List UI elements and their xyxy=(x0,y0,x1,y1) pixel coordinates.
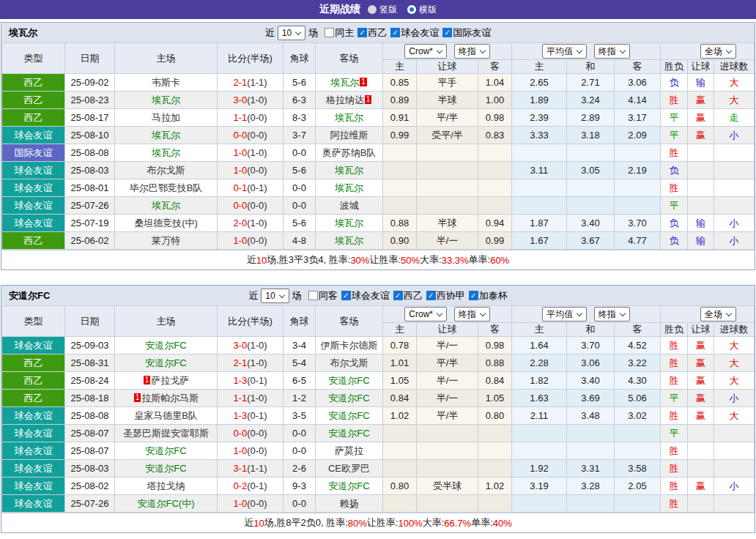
team-name-link[interactable]: 安道尔FC xyxy=(328,410,369,421)
home-team: 桑坦德竞技(中) xyxy=(115,215,218,232)
result-winlose: 胜 xyxy=(661,495,688,513)
team-name-link[interactable]: 埃瓦尔 xyxy=(152,130,180,141)
checkbox-icon[interactable]: ✓ xyxy=(341,291,351,300)
team-name-link[interactable]: 皇家马德里B队 xyxy=(134,410,198,421)
team-name-link[interactable]: 埃瓦尔 xyxy=(335,235,363,246)
result-winlose: 平 xyxy=(661,127,688,144)
team-name-link[interactable]: 安道尔FC xyxy=(145,463,186,474)
final-odds-select[interactable]: 终指 xyxy=(454,44,490,59)
radio-horizontal[interactable]: 横版 xyxy=(407,4,437,16)
result-goals xyxy=(714,425,755,442)
checkbox-icon[interactable]: ✓ xyxy=(469,291,478,300)
summary-text: 场,胜3平3负4, 胜率: xyxy=(267,253,350,267)
team-name-link[interactable]: 奥萨苏纳B队 xyxy=(322,147,377,158)
chevron-down-icon xyxy=(437,311,442,316)
europe-odds-value: 3.40 xyxy=(567,215,615,232)
team-name-link[interactable]: 伊斯卡尔德斯 xyxy=(321,340,378,351)
team-name-link[interactable]: 安道尔FC xyxy=(328,480,369,491)
table-row: 球会友谊25-08-08皇家马德里B队1-3(0-1)3-5安道尔FC1.02平… xyxy=(2,407,755,425)
filter-checkbox[interactable]: ✓西协甲 xyxy=(426,289,465,302)
final-odds-select-2[interactable]: 终指 xyxy=(594,307,630,321)
rank-badge: 1 xyxy=(134,393,141,402)
team-name-link[interactable]: 萨拉戈萨 xyxy=(151,375,189,386)
team-name-link[interactable]: 安道尔FC xyxy=(328,393,369,404)
handicap-odds-value xyxy=(383,495,417,513)
filter-checkbox[interactable]: ✓西乙 xyxy=(393,289,423,302)
team-name-link[interactable]: 布尔戈斯 xyxy=(147,165,185,176)
bookmaker-select[interactable]: Crow* xyxy=(404,307,447,321)
handicap-odds-value: 0.84 xyxy=(383,390,417,407)
away-team: CE欧罗巴 xyxy=(316,460,383,477)
checkbox-icon[interactable] xyxy=(308,291,318,300)
filter-checkbox[interactable]: 同主 xyxy=(325,26,354,40)
fulltime-select[interactable]: 全场 xyxy=(700,307,736,321)
filter-checkbox[interactable]: ✓国际友谊 xyxy=(442,26,491,40)
team-name-link[interactable]: 塔拉戈纳 xyxy=(147,480,185,491)
team-name-link[interactable]: 埃瓦尔 xyxy=(152,200,180,211)
filter-checkbox[interactable]: ✓球会友谊 xyxy=(341,289,390,302)
radio-vertical-icon[interactable] xyxy=(368,5,377,14)
team-name-link[interactable]: 安道尔FC xyxy=(328,375,369,386)
match-date: 25-08-17 xyxy=(65,109,115,127)
team-name-link[interactable]: 安道尔FC(中) xyxy=(138,498,195,509)
result-winlose: 胜 xyxy=(661,337,688,354)
final-odds-select[interactable]: 终指 xyxy=(454,307,490,321)
checkbox-icon[interactable]: ✓ xyxy=(426,291,436,300)
team-name-link[interactable]: 埃瓦尔 xyxy=(335,112,363,123)
average-select[interactable]: 平均值 xyxy=(542,44,587,59)
europe-odds-value: 4.14 xyxy=(615,92,661,109)
team-name-link[interactable]: 埃瓦尔 xyxy=(335,165,363,176)
team-name-link[interactable]: 安道尔FC xyxy=(145,340,186,351)
home-team: 莱万特 xyxy=(115,232,218,250)
match-score: 2-0(1-0) xyxy=(218,215,284,232)
average-select[interactable]: 平均值 xyxy=(542,307,587,321)
team-name-link[interactable]: 桑坦德竞技(中) xyxy=(134,218,198,228)
team-name-link[interactable]: 萨莫拉 xyxy=(335,445,363,456)
team-name-link[interactable]: 阿拉维斯 xyxy=(330,130,368,141)
radio-vertical[interactable]: 竖版 xyxy=(368,4,397,16)
checkbox-icon[interactable] xyxy=(325,28,334,37)
checkbox-icon[interactable]: ✓ xyxy=(357,28,367,37)
checkbox-icon[interactable]: ✓ xyxy=(390,28,400,37)
team-name-link[interactable]: 波城 xyxy=(340,200,359,211)
team-name-link[interactable]: 圣瑟巴斯提安雷耶斯 xyxy=(123,428,209,439)
filter-checkbox[interactable]: 同客 xyxy=(308,289,338,302)
competition-filters: 同客✓球会友谊✓西乙✓西协甲✓加泰杯 xyxy=(305,289,508,302)
team-name-link[interactable]: 埃瓦尔 xyxy=(335,182,363,193)
team-name-link[interactable]: 埃瓦尔 xyxy=(152,94,180,105)
handicap-odds-value xyxy=(478,197,512,215)
filter-checkbox[interactable]: ✓球会友谊 xyxy=(390,26,439,40)
team-name-link[interactable]: 韦斯卡 xyxy=(152,77,180,88)
summary-text: 让胜率: xyxy=(367,516,399,529)
handicap-odds-value xyxy=(478,425,512,442)
team-name-link[interactable]: 埃瓦尔 xyxy=(335,218,363,228)
team-name-link[interactable]: 安道尔FC xyxy=(145,357,186,368)
team-name-link[interactable]: 赖扬 xyxy=(340,498,359,509)
bookmaker-select[interactable]: Crow* xyxy=(404,44,447,59)
radio-horizontal-icon[interactable] xyxy=(407,5,416,14)
team-name-link[interactable]: 毕尔巴鄂竞技B队 xyxy=(130,182,203,193)
team-name-link[interactable]: 布尔戈斯 xyxy=(330,357,368,368)
match-count-select[interactable]: 10 xyxy=(278,26,305,40)
team-name-link[interactable]: CE欧罗巴 xyxy=(328,463,370,474)
team-name-link[interactable]: 马拉加 xyxy=(152,112,180,123)
result-text: 走 xyxy=(730,112,739,123)
corner-score: 0-0 xyxy=(284,179,316,197)
final-odds-select-2[interactable]: 终指 xyxy=(594,44,630,59)
filter-checkbox[interactable]: ✓加泰杯 xyxy=(469,289,508,302)
match-count-select[interactable]: 10 xyxy=(261,289,289,303)
checkbox-icon[interactable]: ✓ xyxy=(393,291,403,300)
team-name-link[interactable]: 埃瓦尔 xyxy=(152,147,180,158)
handicap-odds-value: 平/半 xyxy=(417,109,478,127)
fulltime-select[interactable]: 全场 xyxy=(700,44,736,59)
team-name-link[interactable]: 埃瓦尔 xyxy=(330,77,359,88)
team-name-link[interactable]: 莱万特 xyxy=(152,235,180,246)
team-name-link[interactable]: 安道尔FC xyxy=(328,428,369,439)
result-winlose: 负 xyxy=(661,74,688,92)
team-name-link[interactable]: 安道尔FC xyxy=(145,445,186,456)
team-name-link[interactable]: 格拉纳达 xyxy=(326,94,364,105)
checkbox-icon[interactable]: ✓ xyxy=(442,28,452,37)
team-name-link[interactable]: 拉斯帕尔马斯 xyxy=(141,393,199,404)
result-goals xyxy=(714,460,755,477)
filter-checkbox[interactable]: ✓西乙 xyxy=(357,26,387,40)
